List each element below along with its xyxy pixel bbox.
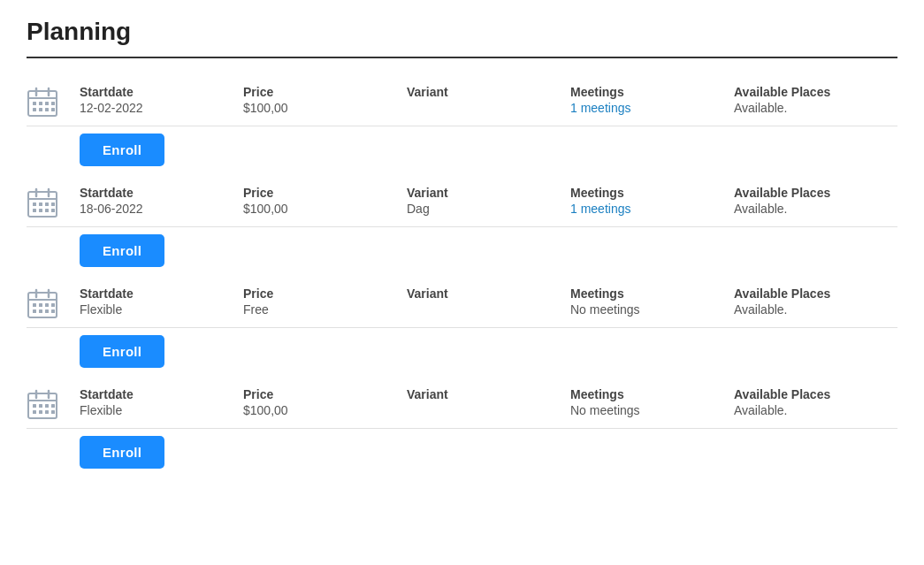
svg-rect-30 (45, 303, 49, 307)
meetings-field: Meetings No meetings (570, 387, 734, 417)
startdate-field: Startdate 12-02-2022 (80, 85, 243, 115)
price-field: Price $100,00 (243, 186, 407, 216)
svg-rect-33 (39, 309, 42, 313)
planning-row: Startdate 18-06-2022 Price $100,00 Varia… (27, 177, 897, 227)
variant-label: Variant (407, 286, 570, 301)
svg-rect-28 (33, 303, 36, 307)
price-field: Price $100,00 (243, 387, 407, 417)
meetings-value: No meetings (570, 403, 734, 417)
planning-row: Startdate Flexible Price Free Variant Me… (27, 278, 897, 328)
available-places-field: Available Places Available. (734, 85, 897, 115)
svg-rect-40 (33, 404, 36, 408)
svg-rect-44 (33, 410, 36, 414)
fields-row: Startdate 12-02-2022 Price $100,00 Varia… (80, 85, 897, 115)
enroll-button[interactable]: Enroll (80, 134, 164, 166)
calendar-icon (27, 87, 69, 122)
available-places-label: Available Places (734, 387, 897, 401)
page-title: Planning (27, 18, 897, 58)
startdate-label: Startdate (80, 186, 243, 200)
price-field: Price Free (243, 286, 407, 317)
price-label: Price (243, 387, 407, 401)
svg-rect-43 (51, 404, 55, 408)
svg-rect-22 (45, 209, 49, 212)
svg-rect-32 (33, 309, 36, 313)
available-places-value: Available. (734, 202, 897, 216)
available-places-label: Available Places (734, 85, 897, 99)
variant-label: Variant (407, 85, 570, 99)
startdate-label: Startdate (80, 387, 243, 401)
planning-row: Startdate Flexible Price $100,00 Variant… (27, 378, 897, 429)
available-places-label: Available Places (734, 186, 897, 200)
variant-field: Variant (407, 387, 570, 417)
price-field: Price $100,00 (243, 85, 407, 115)
startdate-value: Flexible (80, 302, 243, 317)
price-label: Price (243, 186, 407, 200)
meetings-value[interactable]: 1 meetings (570, 101, 734, 115)
meetings-value: No meetings (570, 302, 734, 317)
variant-field: Variant Dag (407, 186, 570, 216)
calendar-icon (27, 389, 69, 424)
svg-rect-21 (39, 209, 42, 212)
enroll-button[interactable]: Enroll (80, 234, 164, 267)
svg-rect-11 (51, 108, 55, 111)
available-places-label: Available Places (734, 286, 897, 301)
meetings-label: Meetings (570, 286, 734, 301)
svg-rect-42 (45, 404, 49, 408)
enroll-row: Enroll (80, 134, 897, 166)
meetings-field: Meetings 1 meetings (570, 186, 734, 216)
svg-rect-19 (51, 202, 55, 206)
startdate-label: Startdate (80, 85, 243, 99)
svg-rect-9 (39, 108, 42, 111)
variant-field: Variant (407, 286, 570, 317)
svg-rect-29 (39, 303, 42, 307)
meetings-value[interactable]: 1 meetings (570, 202, 734, 216)
planning-row: Startdate 12-02-2022 Price $100,00 Varia… (27, 76, 897, 126)
enroll-row: Enroll (80, 335, 897, 368)
startdate-value: 18-06-2022 (80, 202, 243, 216)
price-value: Free (243, 302, 407, 317)
svg-rect-47 (51, 410, 55, 414)
meetings-label: Meetings (570, 387, 734, 401)
svg-rect-5 (39, 102, 42, 105)
startdate-value: 12-02-2022 (80, 101, 243, 115)
available-places-value: Available. (734, 302, 897, 317)
svg-rect-10 (45, 108, 49, 111)
svg-rect-8 (33, 108, 36, 111)
svg-rect-7 (51, 102, 55, 105)
svg-rect-6 (45, 102, 49, 105)
svg-rect-45 (39, 410, 42, 414)
meetings-field: Meetings 1 meetings (570, 85, 734, 115)
available-places-field: Available Places Available. (734, 387, 897, 417)
svg-rect-20 (33, 209, 36, 212)
svg-rect-18 (45, 202, 49, 206)
variant-value: Dag (407, 202, 570, 216)
enroll-row: Enroll (80, 436, 897, 469)
calendar-icon (27, 288, 69, 324)
price-value: $100,00 (243, 101, 407, 115)
startdate-field: Startdate Flexible (80, 286, 243, 317)
price-value: $100,00 (243, 202, 407, 216)
meetings-label: Meetings (570, 85, 734, 99)
available-places-field: Available Places Available. (734, 286, 897, 317)
enroll-button[interactable]: Enroll (80, 335, 164, 368)
svg-rect-34 (45, 309, 49, 313)
startdate-field: Startdate Flexible (80, 387, 243, 417)
price-value: $100,00 (243, 403, 407, 417)
price-label: Price (243, 85, 407, 99)
available-places-field: Available Places Available. (734, 186, 897, 216)
svg-rect-31 (51, 303, 55, 307)
calendar-icon (27, 187, 69, 223)
svg-rect-23 (51, 209, 55, 212)
enroll-button[interactable]: Enroll (80, 436, 164, 469)
svg-rect-35 (51, 309, 55, 313)
enroll-row: Enroll (80, 234, 897, 267)
svg-rect-16 (33, 202, 36, 206)
startdate-value: Flexible (80, 403, 243, 417)
meetings-field: Meetings No meetings (570, 286, 734, 317)
variant-field: Variant (407, 85, 570, 115)
svg-rect-4 (33, 102, 36, 105)
fields-row: Startdate Flexible Price $100,00 Variant… (80, 387, 897, 417)
svg-rect-41 (39, 404, 42, 408)
fields-row: Startdate 18-06-2022 Price $100,00 Varia… (80, 186, 897, 216)
svg-rect-46 (45, 410, 49, 414)
